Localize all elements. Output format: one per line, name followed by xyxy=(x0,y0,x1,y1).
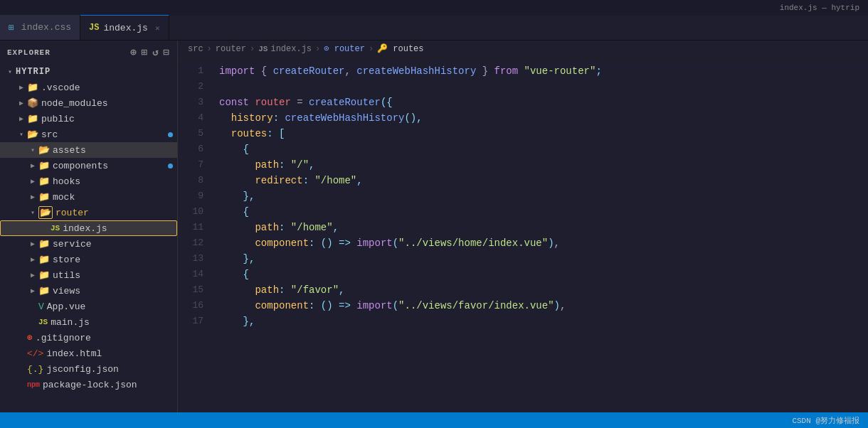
chevron-right-icon: ▶ xyxy=(16,99,27,107)
new-folder-icon[interactable]: ⊞ xyxy=(142,46,148,58)
punct-token: }, xyxy=(243,314,255,329)
fn-token: createRouter xyxy=(273,63,345,79)
line-number: 13 xyxy=(178,251,213,267)
code-line: const router = createRouter({ xyxy=(219,95,868,110)
punct-token: { xyxy=(243,267,249,282)
folder-icon: 📁 xyxy=(38,254,50,265)
kw-token: from xyxy=(494,63,519,79)
chevron-right-icon: ▶ xyxy=(27,193,38,201)
chevron-right-icon: ▶ xyxy=(16,83,27,92)
sidebar-item-service[interactable]: ▶ 📁 service xyxy=(0,236,177,252)
sidebar-item-package-lock-json[interactable]: · npm package-lock.json xyxy=(0,377,177,392)
chevron-down-icon: ▾ xyxy=(16,130,27,139)
watermark: CSDN @努力修福报 xyxy=(792,415,859,426)
sidebar-item-public[interactable]: ▶ 📁 public xyxy=(0,111,177,127)
src-label: src xyxy=(41,129,58,140)
fn-token: createRouter xyxy=(309,95,381,110)
fn-token: createWebHashHistory xyxy=(285,110,404,126)
sidebar-item-gitignore[interactable]: · ⊛ .gitignore xyxy=(0,330,177,346)
sidebar-item-router[interactable]: ▾ 📂 router xyxy=(0,205,177,220)
tab-js-label: index.js xyxy=(103,23,147,33)
code-lines: import { createRouter, createWebHashHist… xyxy=(213,58,868,412)
app-vue-label: App.vue xyxy=(47,301,86,312)
line-number: 2 xyxy=(178,79,213,95)
chevron-right-icon: ▶ xyxy=(27,287,38,295)
punct-token: ({ xyxy=(381,95,393,110)
prop-token: routes xyxy=(231,126,267,141)
code-line: { xyxy=(219,267,868,282)
collapse-icon[interactable]: ⊟ xyxy=(164,46,170,58)
sidebar-item-assets[interactable]: ▾ 📂 assets xyxy=(0,142,177,158)
plain-token xyxy=(219,267,243,282)
str-token: "/favor" xyxy=(291,282,339,298)
project-root[interactable]: ▾ HYTRIP xyxy=(0,64,177,80)
breadcrumb-src: src xyxy=(188,44,203,54)
sidebar-item-app-vue[interactable]: · V App.vue xyxy=(0,299,177,314)
sidebar-item-src[interactable]: ▾ 📂 src xyxy=(0,127,177,142)
str-token: "/" xyxy=(291,157,309,173)
breadcrumb-router2: ⊙ router xyxy=(324,43,365,54)
plain-token xyxy=(219,110,231,126)
sidebar-item-vscode[interactable]: ▶ 📁 .vscode xyxy=(0,80,177,95)
code-line: }, xyxy=(219,251,868,267)
tab-close-button[interactable]: ✕ xyxy=(155,23,160,33)
sidebar-item-node-modules[interactable]: ▶ 📦 node_modules xyxy=(0,95,177,111)
package-lock-json-label: package-lock.json xyxy=(43,380,137,390)
code-line: { xyxy=(219,204,868,220)
arrow-token: => xyxy=(339,298,351,314)
punct-token: }, xyxy=(243,188,255,204)
chevron-down-icon: ▾ xyxy=(4,68,16,76)
spacer: · xyxy=(27,319,38,326)
str-token: "/home" xyxy=(291,220,333,235)
folder-icon: 📁 xyxy=(38,285,50,296)
code-content[interactable]: 1234567891011121314151617 import { creat… xyxy=(178,58,868,412)
assets-label: assets xyxy=(53,145,86,156)
breadcrumb-index-js: index.js xyxy=(270,44,312,54)
code-line: component: () => import("../views/home/i… xyxy=(219,235,868,251)
line-number: 14 xyxy=(178,267,213,282)
hooks-label: hooks xyxy=(53,176,80,187)
plain-token xyxy=(351,235,356,251)
sidebar-item-hooks[interactable]: ▶ 📁 hooks xyxy=(0,173,177,189)
sidebar-item-router-index-js[interactable]: · JS index.js xyxy=(0,220,177,236)
store-label: store xyxy=(53,255,80,265)
tab-index-js[interactable]: JS index.js ✕ xyxy=(80,15,169,40)
sidebar-item-main-js[interactable]: · JS main.js xyxy=(0,314,177,330)
chevron-down-icon: ▾ xyxy=(27,208,38,217)
vscode-label: .vscode xyxy=(41,82,80,93)
sidebar-item-store[interactable]: ▶ 📁 store xyxy=(0,252,177,267)
sidebar-item-jsconfig-json[interactable]: · {.} jsconfig.json xyxy=(0,361,177,377)
folder-icon: 📁 xyxy=(38,191,50,203)
plain-token xyxy=(219,235,255,251)
spacer: · xyxy=(16,365,27,373)
prop-token: path xyxy=(255,282,279,298)
spacer: · xyxy=(16,334,27,342)
sidebar-item-mock[interactable]: ▶ 📁 mock xyxy=(0,189,177,205)
gitignore-label: .gitignore xyxy=(36,333,91,343)
code-line: path: "/home", xyxy=(219,220,868,235)
spacer: · xyxy=(16,381,27,389)
explorer-header-icons: ⊕ ⊞ ↺ ⊟ xyxy=(130,46,170,58)
sidebar-item-views[interactable]: ▶ 📁 views xyxy=(0,283,177,299)
code-line: }, xyxy=(219,188,868,204)
jsconfig-json-label: jsconfig.json xyxy=(46,364,118,375)
chevron-right-icon: ▶ xyxy=(27,240,38,248)
folder-icon: 📁 xyxy=(38,176,50,187)
refresh-icon[interactable]: ↺ xyxy=(152,46,159,58)
sidebar-item-utils[interactable]: ▶ 📁 utils xyxy=(0,267,177,283)
sidebar-item-components[interactable]: ▶ 📁 components xyxy=(0,158,177,173)
new-file-icon[interactable]: ⊕ xyxy=(130,46,137,58)
service-label: service xyxy=(53,239,92,250)
plain-token xyxy=(219,251,243,267)
punct-token: : xyxy=(279,157,291,173)
plain-token: } xyxy=(476,63,494,79)
plain-token xyxy=(249,95,255,110)
code-line: component: () => import("../views/favor/… xyxy=(219,298,868,314)
punct-token: { xyxy=(243,141,249,157)
tab-index-css[interactable]: ⊞ index.css xyxy=(0,15,80,40)
kw-token: import xyxy=(356,235,392,251)
sidebar-item-index-html[interactable]: · </> index.html xyxy=(0,346,177,361)
plain-token xyxy=(219,157,255,173)
code-line: path: "/", xyxy=(219,157,868,173)
line-number: 17 xyxy=(178,314,213,329)
